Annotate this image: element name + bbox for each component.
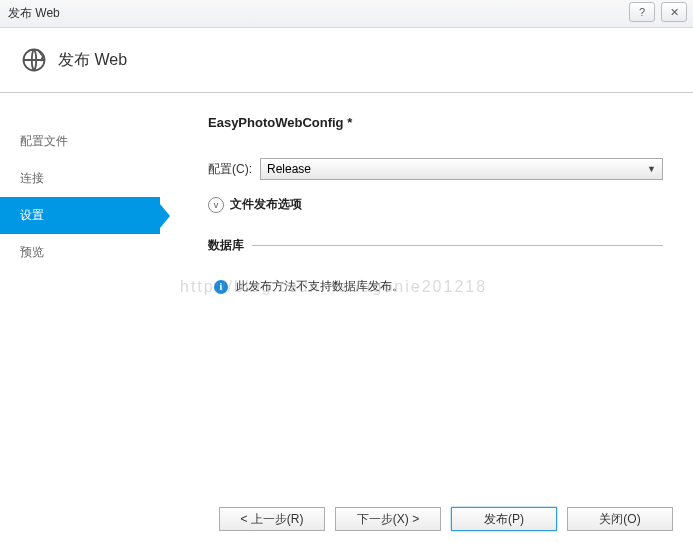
dialog-body: 配置文件 连接 设置 预览 EasyPhotoWebConfig * 配置(C)… — [0, 93, 693, 513]
button-label: 关闭(O) — [599, 511, 640, 528]
sidebar-item-settings[interactable]: 设置 — [0, 197, 160, 234]
publish-button[interactable]: 发布(P) — [451, 507, 557, 531]
config-label: 配置(C): — [208, 161, 252, 178]
sidebar-item-label: 连接 — [20, 171, 44, 185]
main-panel: EasyPhotoWebConfig * 配置(C): Release ▼ v … — [160, 93, 693, 513]
info-icon: i — [214, 280, 228, 294]
titlebar-controls: ? ✕ — [629, 2, 687, 22]
profile-title: EasyPhotoWebConfig * — [208, 115, 663, 130]
sidebar: 配置文件 连接 设置 预览 — [0, 93, 160, 513]
prev-button[interactable]: < 上一步(R) — [219, 507, 325, 531]
button-label: < 上一步(R) — [241, 511, 304, 528]
close-button[interactable]: ✕ — [661, 2, 687, 22]
dialog-title: 发布 Web — [58, 50, 127, 71]
next-button[interactable]: 下一步(X) > — [335, 507, 441, 531]
button-label: 下一步(X) > — [357, 511, 419, 528]
chevron-down-icon: ▼ — [647, 164, 656, 174]
database-info-row: i 此发布方法不支持数据库发布。 — [208, 278, 663, 295]
button-label: 发布(P) — [484, 511, 524, 528]
window-title: 发布 Web — [8, 5, 60, 22]
sidebar-item-label: 预览 — [20, 245, 44, 259]
dialog-header: 发布 Web — [0, 28, 693, 93]
globe-icon — [20, 46, 48, 74]
config-value: Release — [267, 162, 311, 176]
expander-label: 文件发布选项 — [230, 196, 302, 213]
sidebar-item-label: 配置文件 — [20, 134, 68, 148]
database-section-title: 数据库 — [208, 237, 244, 254]
sidebar-item-connection[interactable]: 连接 — [0, 160, 160, 197]
footer-buttons: < 上一步(R) 下一步(X) > 发布(P) 关闭(O) — [219, 507, 673, 531]
database-section-header: 数据库 — [208, 237, 663, 254]
database-info-text: 此发布方法不支持数据库发布。 — [236, 278, 404, 295]
file-publish-expander[interactable]: v 文件发布选项 — [208, 196, 663, 213]
sidebar-item-profile[interactable]: 配置文件 — [0, 123, 160, 160]
config-select[interactable]: Release ▼ — [260, 158, 663, 180]
divider — [252, 245, 663, 246]
close-dialog-button[interactable]: 关闭(O) — [567, 507, 673, 531]
config-row: 配置(C): Release ▼ — [208, 158, 663, 180]
sidebar-item-label: 设置 — [20, 208, 44, 222]
sidebar-item-preview[interactable]: 预览 — [0, 234, 160, 271]
titlebar: 发布 Web ? ✕ — [0, 0, 693, 28]
chevron-down-icon: v — [208, 197, 224, 213]
help-button[interactable]: ? — [629, 2, 655, 22]
